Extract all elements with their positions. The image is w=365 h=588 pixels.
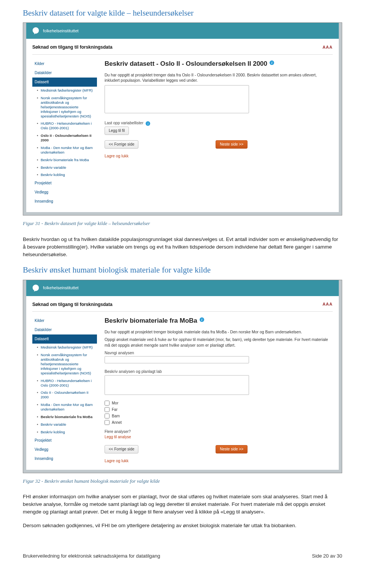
checkbox-barn-label: Barn bbox=[112, 414, 120, 419]
nav-datakilder[interactable]: Datakilder bbox=[32, 68, 97, 78]
checkbox-annet-label: Annet bbox=[112, 420, 122, 425]
subnav-biomat[interactable]: Beskriv biomateriale fra MoBa bbox=[37, 413, 97, 421]
section-title-1: Beskriv datasett for valgte kilde – hels… bbox=[23, 8, 342, 19]
form-heading: Beskriv datasett - Oslo II - Osloundersø… bbox=[105, 59, 333, 68]
body-text-3: Dersom søknaden godkjennes, vil FHI be o… bbox=[23, 522, 342, 529]
nav-vedlegg[interactable]: Vedlegg bbox=[32, 445, 97, 454]
subnav-oslo2[interactable]: Oslo II - Osloundersøkelsen II 2000 bbox=[37, 132, 97, 144]
checkbox-far-label: Far bbox=[112, 407, 117, 412]
subnav-nois[interactable]: Norsk overvåkingssystem for antibiotikab… bbox=[37, 351, 97, 377]
prev-page-button[interactable]: << Forrige side bbox=[105, 140, 138, 149]
subnav-mfr[interactable]: Medisinsk fødselsregister (MFR) bbox=[37, 344, 97, 351]
add-file-button[interactable]: Legg til fil bbox=[105, 127, 129, 135]
screenshot-2: folkehelseinstituttet Søknad om tilgang … bbox=[23, 280, 342, 473]
logo-icon bbox=[32, 27, 40, 35]
form-heading-text: Beskriv biomateriale fra MoBa bbox=[105, 316, 197, 325]
nav-prosjektet[interactable]: Prosjektet bbox=[32, 179, 97, 188]
nav-innsending[interactable]: Innsending bbox=[32, 197, 97, 206]
subnav-hubro[interactable]: HUBRO - Helseundersøkelsen i Oslo (2000-… bbox=[37, 377, 97, 389]
page-header: Søknad om tilgang til forskningsdata bbox=[32, 301, 113, 308]
label-analysis-name: Navngi analysen bbox=[105, 350, 333, 356]
section-title-2: Beskriv ønsket humant biologisk material… bbox=[23, 265, 342, 276]
subnav-variable[interactable]: Beskriv variable bbox=[37, 421, 97, 428]
sidebar: Kilder Datakilder Datasett Medisinsk fød… bbox=[32, 59, 97, 206]
nav-datasett[interactable]: Datasett bbox=[32, 334, 97, 344]
subnav-oslo2[interactable]: Oslo II - Osloundersøkelsen II 2000 bbox=[37, 389, 97, 401]
form-heading-text: Beskriv datasett - Oslo II - Osloundersø… bbox=[105, 59, 267, 68]
save-close-link[interactable]: Lagre og lukk bbox=[105, 458, 333, 464]
brand-name: folkehelseinstituttet bbox=[43, 28, 79, 34]
more-analyses-label: Flere analyser? bbox=[105, 429, 333, 434]
nav-innsending[interactable]: Innsending bbox=[32, 454, 97, 463]
app-banner: folkehelseinstituttet bbox=[26, 280, 339, 296]
checkbox-mor-label: Mor bbox=[112, 401, 118, 406]
form-intro: Du har oppgitt at prosjektet trenger dat… bbox=[105, 72, 333, 83]
nav-kilder[interactable]: Kilder bbox=[32, 316, 97, 325]
label-analysis-desc: Beskriv analysen og planlagt lab bbox=[105, 369, 333, 374]
prev-page-button[interactable]: << Forrige side bbox=[105, 445, 138, 453]
nav-datasett[interactable]: Datasett bbox=[32, 78, 97, 87]
text-size-control[interactable]: AAA bbox=[322, 44, 333, 50]
checkbox-barn[interactable] bbox=[105, 414, 110, 418]
nav-vedlegg[interactable]: Vedlegg bbox=[32, 188, 97, 197]
body-text-2: FHI ønsker informasjon om hvilke analyse… bbox=[23, 493, 342, 516]
info-icon[interactable]: i bbox=[270, 60, 274, 65]
footer-left: Brukerveiledning for elektronisk søknads… bbox=[23, 553, 160, 559]
subnav-mfr[interactable]: Medisinsk fødselsregister (MFR) bbox=[37, 87, 97, 94]
subnav-biomat[interactable]: Beskriv biomateriale fra MoBa bbox=[37, 156, 97, 164]
page-footer: Brukerveiledning for elektronisk søknads… bbox=[23, 553, 342, 559]
description-textarea[interactable] bbox=[105, 85, 249, 113]
footer-right: Side 20 av 30 bbox=[312, 553, 342, 559]
next-page-button[interactable]: Neste side >> bbox=[216, 445, 248, 453]
page-header: Søknad om tilgang til forskningsdata bbox=[32, 44, 113, 51]
checkbox-far[interactable] bbox=[105, 407, 110, 412]
subnav-moba[interactable]: MoBa - Den norske Mor og Barn undersøkel… bbox=[37, 144, 97, 156]
brand-name: folkehelseinstituttet bbox=[43, 285, 79, 291]
nav-prosjektet[interactable]: Prosjektet bbox=[32, 436, 97, 445]
add-analysis-link[interactable]: Legg til analyse bbox=[105, 434, 333, 440]
nav-datakilder[interactable]: Datakilder bbox=[32, 325, 97, 334]
text-size-control[interactable]: AAA bbox=[322, 301, 333, 307]
figure-caption-2: Figur 32 - Beskriv ønsket humant biologi… bbox=[23, 478, 342, 485]
figure-caption-1: Figur 31 - Beskriv datasett for valgte k… bbox=[23, 220, 342, 227]
upload-label: Last opp variabellister bbox=[105, 120, 143, 126]
subnav-hubro[interactable]: HUBRO - Helseundersøkelsen i Oslo (2000-… bbox=[37, 120, 97, 132]
checkbox-mor[interactable] bbox=[105, 401, 110, 406]
form-heading: Beskriv biomateriale fra MoBa i bbox=[105, 316, 333, 325]
save-close-link[interactable]: Lagre og lukk bbox=[105, 153, 333, 159]
info-icon[interactable]: i bbox=[146, 121, 150, 126]
divider bbox=[32, 311, 333, 312]
analysis-name-input[interactable] bbox=[105, 356, 249, 363]
checkbox-annet[interactable] bbox=[105, 420, 110, 425]
info-icon[interactable]: i bbox=[200, 317, 204, 322]
app-banner: folkehelseinstituttet bbox=[26, 23, 339, 39]
logo-icon bbox=[32, 284, 40, 292]
nav-kilder[interactable]: Kilder bbox=[32, 59, 97, 68]
form-intro-1: Du har oppgitt at prosjektet trenger bio… bbox=[105, 329, 333, 334]
analysis-desc-textarea[interactable] bbox=[105, 375, 249, 395]
divider bbox=[32, 54, 333, 55]
subnav-kobling[interactable]: Beskriv kobling bbox=[37, 428, 97, 436]
subnav-kobling[interactable]: Beskriv kobling bbox=[37, 171, 97, 179]
screenshot-1: folkehelseinstituttet Søknad om tilgang … bbox=[23, 22, 342, 216]
body-text-1: Beskriv hvordan og ut fra hvilken dataki… bbox=[23, 236, 342, 259]
form-intro-2: Oppgi ønsket materiale ved å huke av for… bbox=[105, 337, 333, 347]
subnav-moba[interactable]: MoBa - Den norske Mor og Barn undersøkel… bbox=[37, 401, 97, 413]
subnav-nois[interactable]: Norsk overvåkingssystem for antibiotikab… bbox=[37, 94, 97, 120]
next-page-button[interactable]: Neste side >> bbox=[216, 140, 248, 149]
sidebar: Kilder Datakilder Datasett Medisinsk fød… bbox=[32, 316, 97, 463]
subnav-variable[interactable]: Beskriv variable bbox=[37, 164, 97, 171]
